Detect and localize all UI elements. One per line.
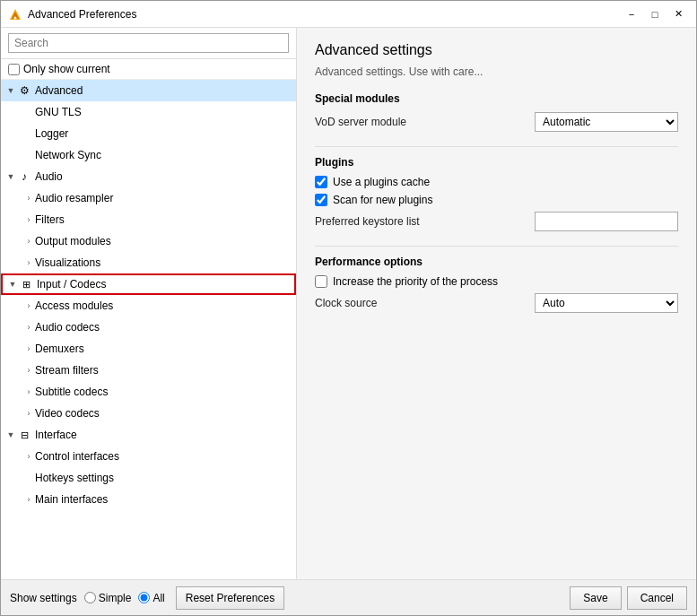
tree-item-output-modules[interactable]: › Output modules <box>1 230 296 252</box>
only-show-current-label: Only show current <box>23 63 110 75</box>
radio-group: Simple All <box>84 592 165 604</box>
tree-item-visualizations[interactable]: › Visualizations <box>1 252 296 273</box>
chevron-right-video-codecs: › <box>22 407 35 420</box>
expand-arrow-interface: ▼ <box>4 429 17 441</box>
gear-icon: ⚙ <box>17 83 31 98</box>
tree-label-video-codecs: Video codecs <box>35 407 100 420</box>
show-settings-label: Show settings <box>10 592 77 604</box>
chevron-right-audio-resampler: › <box>22 192 35 204</box>
tree-label-network-sync: Network Sync <box>35 149 101 161</box>
clock-source-row: Clock source Auto <box>315 293 678 313</box>
tree-label-gnu-tls: GNU TLS <box>35 106 82 118</box>
tree-item-demuxers[interactable]: › Demuxers <box>1 338 296 360</box>
tree-label-main-interfaces: Main interfaces <box>35 493 108 506</box>
tree-item-advanced[interactable]: ▼ ⚙ Advanced <box>1 80 296 101</box>
tree-item-audio-resampler[interactable]: › Audio resampler <box>1 187 296 209</box>
spacer <box>22 106 35 118</box>
tree-item-video-codecs[interactable]: › Video codecs <box>1 403 296 424</box>
only-show-current-checkbox[interactable] <box>8 64 20 75</box>
clock-source-select[interactable]: Auto <box>535 293 678 313</box>
spacer <box>22 127 35 140</box>
all-radio-label[interactable]: All <box>138 592 164 604</box>
tree-item-stream-filters[interactable]: › Stream filters <box>1 360 296 381</box>
tree-label-audio: Audio <box>35 170 63 183</box>
tree-label-stream-filters: Stream filters <box>35 364 99 377</box>
main-window: Advanced Preferences − □ ✕ Only show cur… <box>0 0 697 616</box>
divider-1 <box>315 146 678 147</box>
search-input[interactable] <box>8 33 289 53</box>
left-panel: Only show current ▼ ⚙ Advanced GNU TLS L… <box>1 28 297 579</box>
tree-label-audio-resampler: Audio resampler <box>35 192 113 204</box>
tree-item-audio[interactable]: ▼ ♪ Audio <box>1 166 296 187</box>
right-panel: Advanced settings Advanced settings. Use… <box>297 28 696 579</box>
bottom-buttons: Save Cancel <box>570 586 687 610</box>
tree-item-input-codecs[interactable]: ▼ ⊞ Input / Codecs <box>1 273 296 295</box>
vod-server-row: VoD server module Automatic <box>315 112 678 132</box>
title-bar: Advanced Preferences − □ ✕ <box>1 1 696 28</box>
tree-item-control-interfaces[interactable]: › Control interfaces <box>1 446 296 467</box>
tree-item-main-interfaces[interactable]: › Main interfaces <box>1 489 296 510</box>
use-cache-label: Use a plugins cache <box>333 176 430 188</box>
expand-arrow-advanced: ▼ <box>4 84 17 97</box>
expand-arrow-audio: ▼ <box>4 170 17 183</box>
tree-item-logger[interactable]: Logger <box>1 123 296 144</box>
window-title: Advanced Preferences <box>28 8 621 21</box>
minimize-button[interactable]: − <box>621 5 642 23</box>
tree-label-demuxers: Demuxers <box>35 343 84 355</box>
tree-label-logger: Logger <box>35 127 68 140</box>
chevron-right-audio-codecs: › <box>22 321 35 334</box>
spacer <box>22 149 35 161</box>
search-box <box>1 28 296 59</box>
keystore-input[interactable] <box>535 212 678 231</box>
tree-container[interactable]: ▼ ⚙ Advanced GNU TLS Logger Network Sync <box>1 80 296 579</box>
performance-title: Performance options <box>315 256 678 268</box>
tree-item-hotkeys-settings[interactable]: Hotkeys settings <box>1 467 296 489</box>
tree-item-access-modules[interactable]: › Access modules <box>1 295 296 317</box>
tree-label-advanced: Advanced <box>35 84 83 97</box>
priority-checkbox[interactable] <box>315 275 327 288</box>
only-show-current-row: Only show current <box>1 59 296 80</box>
chevron-right-access-modules: › <box>22 299 35 312</box>
tree-item-audio-codecs[interactable]: › Audio codecs <box>1 317 296 338</box>
tree-item-interface[interactable]: ▼ ⊟ Interface <box>1 424 296 446</box>
chevron-right-control-interfaces: › <box>22 450 35 463</box>
simple-radio-label[interactable]: Simple <box>84 592 132 604</box>
scan-plugins-label: Scan for new plugins <box>333 194 432 206</box>
close-button[interactable]: ✕ <box>667 5 689 23</box>
scan-plugins-checkbox[interactable] <box>315 194 327 206</box>
chevron-right-stream-filters: › <box>22 364 35 377</box>
priority-row: Increase the priority of the process <box>315 275 678 288</box>
vod-server-select[interactable]: Automatic <box>535 112 678 132</box>
simple-radio[interactable] <box>84 592 96 603</box>
spacer <box>22 472 35 484</box>
priority-label: Increase the priority of the process <box>333 275 498 288</box>
tree-label-visualizations: Visualizations <box>35 256 100 269</box>
chevron-right-filters: › <box>22 213 35 226</box>
save-button[interactable]: Save <box>570 586 621 610</box>
tree-label-audio-codecs: Audio codecs <box>35 321 100 334</box>
performance-section: Performance options Increase the priorit… <box>315 256 678 313</box>
app-icon <box>8 7 22 22</box>
tree-item-network-sync[interactable]: Network Sync <box>1 144 296 166</box>
content-area: Only show current ▼ ⚙ Advanced GNU TLS L… <box>1 28 696 579</box>
plugins-title: Plugins <box>315 156 678 169</box>
tree-label-filters: Filters <box>35 213 65 226</box>
window-controls: − □ ✕ <box>621 5 689 23</box>
svg-point-2 <box>14 16 17 19</box>
settings-title: Advanced settings <box>315 42 678 58</box>
expand-arrow-input-codecs: ▼ <box>6 278 19 291</box>
tree-item-subtitle-codecs[interactable]: › Subtitle codecs <box>1 381 296 403</box>
tree-item-filters[interactable]: › Filters <box>1 209 296 230</box>
maximize-button[interactable]: □ <box>644 5 666 23</box>
chevron-right-visualizations: › <box>22 256 35 269</box>
all-radio[interactable] <box>138 592 150 603</box>
tree-label-subtitle-codecs: Subtitle codecs <box>35 386 108 398</box>
tree-label-interface: Interface <box>35 429 77 441</box>
vod-server-label: VoD server module <box>315 116 535 128</box>
audio-icon: ♪ <box>17 169 31 184</box>
cancel-button[interactable]: Cancel <box>627 586 687 610</box>
reset-preferences-button[interactable]: Reset Preferences <box>176 586 284 610</box>
use-cache-checkbox[interactable] <box>315 176 327 188</box>
tree-item-gnu-tls[interactable]: GNU TLS <box>1 101 296 123</box>
interface-icon: ⊟ <box>17 428 31 442</box>
